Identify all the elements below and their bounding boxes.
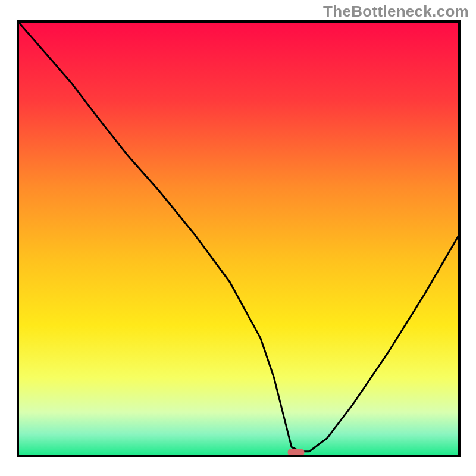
plot-area <box>18 21 459 456</box>
chart-container: TheBottleneck.com <box>0 0 476 476</box>
gradient-background <box>18 21 459 456</box>
watermark-text: TheBottleneck.com <box>323 2 469 21</box>
bottleneck-chart <box>0 0 476 476</box>
